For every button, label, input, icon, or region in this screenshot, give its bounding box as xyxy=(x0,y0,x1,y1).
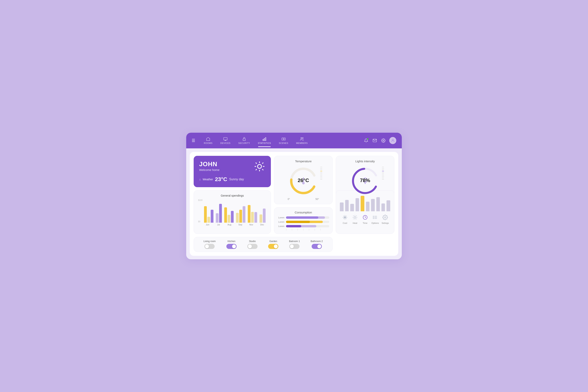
svg-marker-8 xyxy=(283,138,284,140)
svg-line-21 xyxy=(256,169,257,170)
bar-group-nov xyxy=(248,205,257,223)
ctrl-time[interactable]: Time xyxy=(362,214,369,224)
lights-gauge: 78% xyxy=(350,165,381,196)
svg-line-41 xyxy=(353,216,354,216)
gear-icon xyxy=(382,214,389,221)
svg-point-13 xyxy=(392,139,393,140)
nav-items: ROOMS DEVICES SECURITY STATISTICS SCENES xyxy=(200,135,364,146)
svg-rect-4 xyxy=(263,139,264,140)
bar-month-labels: Jun Jul Aug Sep Nov Dec xyxy=(203,224,266,226)
toggle-kitchen: Kitchen xyxy=(226,240,236,249)
settings-icon[interactable] xyxy=(381,138,386,143)
spendings-title: General spendings xyxy=(198,194,266,197)
options-label: Options xyxy=(372,222,379,224)
bar-group-aug xyxy=(224,207,234,223)
temp-max-label: 50° xyxy=(316,198,319,200)
svg-point-12 xyxy=(383,140,384,141)
bar-group-jul xyxy=(216,204,222,223)
svg-rect-5 xyxy=(264,138,265,140)
consumption-bar-bg-1 xyxy=(286,216,329,219)
ctrl-heat[interactable]: Heat xyxy=(351,214,359,224)
time-label: Time xyxy=(363,222,368,224)
svg-point-14 xyxy=(258,164,262,168)
svg-point-10 xyxy=(302,138,304,139)
toggle-batroom1: Batroom 1 xyxy=(289,240,300,249)
settings-label: Setings xyxy=(382,222,389,224)
main-content: JOHN Welcome home ↓ Weather 23°C xyxy=(190,152,398,256)
svg-line-20 xyxy=(262,169,263,170)
svg-point-50 xyxy=(373,217,374,218)
sun-icon xyxy=(254,160,266,173)
temp-min-label: 0° xyxy=(288,198,290,200)
svg-rect-6 xyxy=(266,138,266,141)
toggle-living-room-label: Living room xyxy=(204,240,216,243)
ctrl-options[interactable]: Options xyxy=(372,214,379,224)
spendings-y-axis: $100 $0 xyxy=(198,199,202,223)
ctrl-cool[interactable]: Cool xyxy=(341,214,349,224)
lights-value: 78% xyxy=(360,178,370,184)
bar-group-sep xyxy=(236,206,246,223)
weather-label: Weather xyxy=(203,178,213,181)
navigation: ☰ ROOMS DEVICES SECURITY STATISTICS xyxy=(186,133,402,148)
bar-group-dec xyxy=(260,208,266,223)
clock-icon xyxy=(362,214,369,221)
spendings-card: General spendings $100 $0 xyxy=(194,190,271,234)
toggle-living-room-switch[interactable] xyxy=(204,244,214,249)
consumption-row-1: Lorem xyxy=(277,216,329,219)
mail-icon[interactable] xyxy=(372,138,378,143)
weather-arrow: ↓ xyxy=(199,178,201,181)
sun-small-icon xyxy=(351,214,359,221)
list-icon xyxy=(372,214,379,221)
controls-icons: Cool Heat xyxy=(340,214,390,224)
svg-point-36 xyxy=(354,216,356,218)
nav-devices[interactable]: DEVICES xyxy=(216,135,234,146)
nav-security[interactable]: SECURITY xyxy=(234,135,254,146)
consumption-bar-bg-3 xyxy=(286,225,329,227)
consumption-title: Consumption xyxy=(277,211,329,214)
toggle-garden-label: Garden xyxy=(269,240,277,243)
toggle-kitchen-label: Kitchen xyxy=(228,240,236,243)
user-avatar[interactable] xyxy=(389,137,396,144)
svg-line-44 xyxy=(356,216,357,216)
toggle-studio: Studio xyxy=(247,240,258,249)
snowflake-icon xyxy=(341,214,349,221)
consumption-label-2: Lorem xyxy=(277,221,284,223)
toggle-bathroom2-switch[interactable] xyxy=(312,244,322,249)
toggles-row: Living room Kitchen Studio xyxy=(194,237,332,252)
y-min: $0 xyxy=(198,220,202,223)
consumption-label-1: Lorem xyxy=(277,216,284,219)
bar-chart xyxy=(203,199,266,223)
notification-icon[interactable] xyxy=(364,138,369,143)
toggle-bathroom2: Bathroom 2 xyxy=(311,240,323,249)
toggle-garden-switch[interactable] xyxy=(268,244,278,249)
ctrl-settings[interactable]: Setings xyxy=(382,214,389,224)
svg-point-9 xyxy=(301,138,302,139)
toggle-bathroom2-label: Bathroom 2 xyxy=(311,240,323,243)
svg-point-52 xyxy=(384,217,386,218)
svg-point-49 xyxy=(373,216,374,216)
temperature-value: 26°C xyxy=(298,178,309,184)
temperature-card: Temperature 26°C xyxy=(274,156,332,204)
controls-card: Cool Heat xyxy=(336,190,394,234)
toggle-batroom1-switch[interactable] xyxy=(289,244,300,249)
dashboard: ☰ ROOMS DEVICES SECURITY STATISTICS xyxy=(186,133,402,259)
temperature-labels: 0° 50° xyxy=(288,198,319,200)
weather-desc: Sunny day xyxy=(229,178,244,181)
nav-rooms[interactable]: ROOMS xyxy=(200,135,216,146)
menu-icon[interactable]: ☰ xyxy=(192,138,195,143)
y-max: $100 xyxy=(198,199,202,201)
nav-right-icons xyxy=(364,137,396,144)
toggle-studio-label: Studio xyxy=(249,240,256,243)
toggle-kitchen-switch[interactable] xyxy=(226,244,236,249)
lights-title: Lights intensity xyxy=(340,160,391,163)
toggle-studio-switch[interactable] xyxy=(247,244,258,249)
temperature-gauge: 26°C xyxy=(288,165,319,196)
welcome-card: JOHN Welcome home ↓ Weather 23°C xyxy=(194,156,271,187)
nav-members[interactable]: MEMBERS xyxy=(292,135,312,146)
nav-scenes[interactable]: SCENES xyxy=(275,135,292,146)
svg-rect-0 xyxy=(224,138,227,140)
consumption-bars: Lorem Lorem xyxy=(277,216,329,227)
toggle-living-room: Living room xyxy=(204,240,216,249)
notification-dot xyxy=(367,138,368,140)
nav-statistics[interactable]: STATISTICS xyxy=(254,135,275,146)
